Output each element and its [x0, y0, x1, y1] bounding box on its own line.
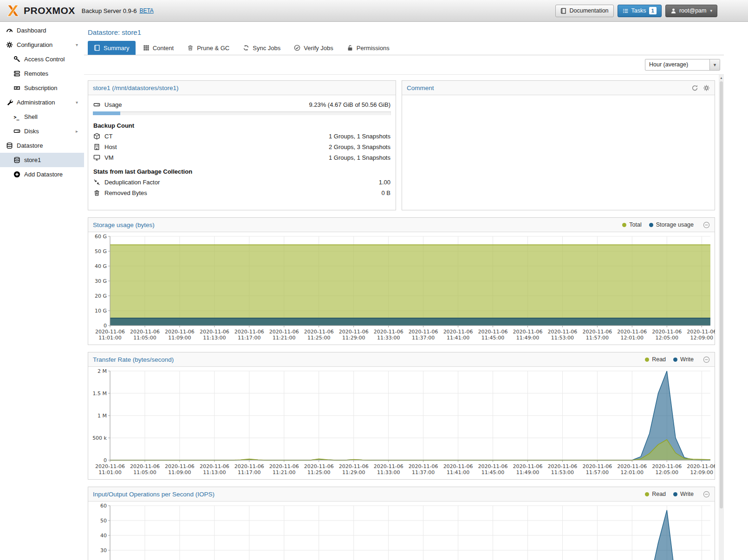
timeframe-select[interactable]: Hour (average) ▼: [645, 59, 720, 71]
collapse-caret-icon[interactable]: ▾: [76, 100, 78, 105]
documentation-button[interactable]: Documentation: [555, 5, 613, 17]
tab-prune-gc[interactable]: Prune & GC: [181, 41, 235, 55]
legend-label: Total: [629, 221, 641, 228]
transfer-rate-title: Transfer Rate (bytes/second): [93, 356, 174, 363]
legend-storage-usage[interactable]: Storage usage: [649, 221, 694, 228]
svg-text:11:13:00: 11:13:00: [203, 469, 226, 475]
svg-text:2020-11-06: 2020-11-06: [582, 329, 612, 335]
ticket-icon: [13, 85, 20, 91]
user-menu-button[interactable]: root@pam ▾: [665, 5, 717, 17]
svg-text:11:41:00: 11:41:00: [447, 335, 469, 341]
select-caret-icon[interactable]: ▼: [709, 59, 720, 70]
sidebar-item-datastore[interactable]: Datastore: [0, 138, 84, 153]
usage-label: Usage: [104, 101, 122, 108]
tab-summary[interactable]: Summary: [88, 41, 136, 55]
comment-panel: Comment: [402, 80, 715, 210]
svg-text:11:37:00: 11:37:00: [412, 469, 435, 475]
sidebar-item-administration[interactable]: Administration ▾: [0, 95, 84, 110]
sidebar-item-disks[interactable]: Disks ▸: [0, 124, 84, 138]
sidebar-item-store1[interactable]: store1: [0, 153, 84, 167]
sidebar-item-subscription[interactable]: Subscription: [0, 81, 84, 95]
building-icon: [93, 143, 100, 150]
collapse-icon[interactable]: [703, 491, 710, 498]
tab-content[interactable]: Content: [137, 41, 180, 55]
vm-label: VM: [104, 154, 114, 161]
sidebar-item-label: Configuration: [17, 41, 52, 48]
sidebar-item-access-control[interactable]: Access Control: [0, 52, 84, 66]
svg-text:11:25:00: 11:25:00: [307, 335, 330, 341]
legend-write[interactable]: Write: [673, 356, 694, 363]
svg-text:2020-11-06: 2020-11-06: [165, 329, 195, 335]
sidebar-item-add-datastore[interactable]: Add Datastore: [0, 167, 84, 182]
svg-text:2020-11-06: 2020-11-06: [130, 463, 160, 469]
svg-text:>_: >_: [13, 115, 19, 120]
svg-text:2020-11-06: 2020-11-06: [269, 329, 299, 335]
usage-progress-fill: [93, 111, 120, 115]
expand-caret-icon[interactable]: ▸: [76, 129, 78, 134]
iops-legend: Read Write: [645, 491, 710, 498]
beta-link[interactable]: BETA: [139, 7, 153, 14]
sidebar-item-shell[interactable]: >_ Shell: [0, 110, 84, 124]
svg-text:2020-11-06: 2020-11-06: [409, 329, 438, 335]
host-value: 2 Groups, 3 Snapshots: [329, 143, 390, 150]
legend-read[interactable]: Read: [645, 356, 666, 363]
tasks-label: Tasks: [631, 7, 646, 14]
svg-text:11:57:00: 11:57:00: [586, 469, 609, 475]
collapse-icon[interactable]: [703, 356, 710, 363]
svg-text:30 G: 30 G: [95, 278, 107, 284]
svg-text:2020-11-06: 2020-11-06: [269, 463, 299, 469]
svg-text:2020-11-06: 2020-11-06: [95, 463, 125, 469]
legend-read[interactable]: Read: [645, 491, 666, 497]
transfer-rate-legend: Read Write: [645, 356, 710, 363]
svg-text:2020-11-06: 2020-11-06: [617, 463, 647, 469]
svg-text:40 G: 40 G: [95, 263, 107, 269]
svg-text:11:53:00: 11:53:00: [551, 469, 574, 475]
transfer-rate-header: Transfer Rate (bytes/second) Read Write: [88, 352, 715, 367]
collapse-caret-icon[interactable]: ▾: [76, 42, 78, 47]
svg-text:0: 0: [104, 457, 107, 463]
svg-text:30: 30: [100, 547, 107, 553]
vertical-scrollbar[interactable]: ▲: [719, 75, 724, 560]
tab-label: Verify Jobs: [304, 45, 333, 52]
top-bar: PROXMOX Backup Server 0.9-6 BETA Documen…: [0, 0, 748, 22]
task-list-icon: [623, 8, 629, 14]
svg-text:11:25:00: 11:25:00: [307, 469, 330, 475]
sidebar-item-dashboard[interactable]: Dashboard: [0, 23, 84, 38]
refresh-icon[interactable]: [691, 85, 698, 91]
tasks-button[interactable]: Tasks 1: [618, 5, 662, 17]
gear-icon[interactable]: [703, 85, 710, 91]
svg-text:2020-11-06: 2020-11-06: [687, 329, 715, 335]
scrollbar-thumb[interactable]: [720, 81, 723, 508]
gear-icon: [6, 41, 13, 48]
legend-label: Read: [652, 356, 666, 363]
svg-text:2020-11-06: 2020-11-06: [652, 329, 682, 335]
tab-sync-jobs[interactable]: Sync Jobs: [237, 41, 286, 55]
database-icon: [6, 142, 13, 149]
tab-verify-jobs[interactable]: Verify Jobs: [288, 41, 339, 55]
collapse-icon[interactable]: [703, 221, 710, 228]
svg-text:11:09:00: 11:09:00: [168, 469, 191, 475]
sidebar-item-label: Add Datastore: [24, 171, 63, 178]
host-label: Host: [104, 143, 117, 150]
comment-panel-tools: [691, 85, 710, 91]
iops-title: Input/Output Operations per Second (IOPS…: [93, 491, 215, 498]
storage-usage-panel: Storage usage (bytes) Total Storage usag…: [88, 217, 715, 345]
scrollbar-up-arrow[interactable]: ▲: [719, 75, 724, 81]
transfer-rate-panel: Transfer Rate (bytes/second) Read Write: [88, 352, 715, 480]
sidebar-item-configuration[interactable]: Configuration ▾: [0, 38, 84, 52]
svg-text:12:05:00: 12:05:00: [656, 335, 678, 341]
svg-text:2020-11-06: 2020-11-06: [374, 463, 403, 469]
svg-text:2020-11-06: 2020-11-06: [547, 463, 577, 469]
legend-dot: [645, 358, 649, 362]
trash-icon: [93, 189, 100, 196]
legend-total[interactable]: Total: [622, 221, 641, 228]
sidebar-item-remotes[interactable]: Remotes: [0, 66, 84, 81]
tab-permissions[interactable]: Permissions: [341, 41, 396, 55]
summary-panel-header: store1 (/mnt/datastores/store1): [88, 81, 396, 95]
svg-text:11:21:00: 11:21:00: [273, 335, 295, 341]
svg-text:40: 40: [100, 533, 107, 539]
comment-panel-header: Comment: [402, 81, 715, 95]
legend-write[interactable]: Write: [673, 491, 694, 497]
iops-header: Input/Output Operations per Second (IOPS…: [88, 487, 715, 501]
gc-stats-heading: Stats from last Garbage Collection: [88, 163, 396, 177]
